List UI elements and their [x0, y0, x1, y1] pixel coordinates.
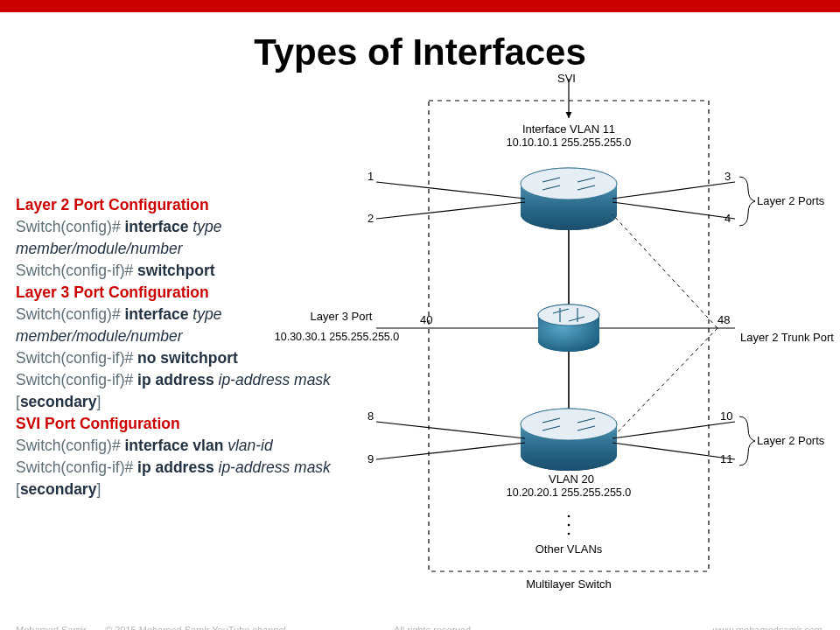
svg-line-33: [376, 443, 525, 459]
l2-line2: member/module/number: [16, 238, 357, 260]
bracket: ]: [96, 393, 101, 410]
l3-heading: Layer 3 Port Configuration: [16, 282, 357, 304]
svg-point-16: [538, 304, 599, 326]
l2-ports-lower: Layer 2 Ports: [757, 434, 824, 447]
svg-point-37: [568, 524, 570, 527]
port-3: 3: [724, 170, 731, 183]
l3-line3: Switch(config-if)# no switchport: [16, 347, 357, 369]
config-text-block: Layer 2 Port Configuration Switch(config…: [16, 194, 357, 500]
prompt: Switch(config)#: [16, 437, 125, 454]
l3-line5: [secondary]: [16, 391, 357, 413]
arg: type: [188, 305, 221, 323]
vlan20-name: VLAN 20: [528, 472, 615, 486]
cmd: secondary: [20, 393, 97, 410]
multilayer-label: Multilayer Switch: [521, 578, 617, 591]
prompt: Switch(config)#: [16, 218, 125, 235]
svg-line-10: [376, 182, 525, 199]
l3-port-label: Layer 3 Port: [289, 310, 394, 323]
svg-point-36: [568, 515, 570, 518]
prompt: Switch(config-if)#: [16, 371, 137, 388]
svg-line-13: [612, 202, 735, 219]
svg-point-38: [568, 533, 570, 536]
svg-line-11: [376, 202, 525, 219]
arg: ip-address mask: [214, 458, 331, 476]
l2-trunk: Layer 2 Trunk Port: [740, 331, 840, 344]
page-title: Types of Interfaces: [0, 32, 840, 74]
prompt: Switch(config)#: [16, 305, 125, 323]
bracket: ]: [96, 480, 101, 498]
l3-line4: Switch(config-if)# ip address ip-address…: [16, 369, 357, 391]
arg: vlan-id: [223, 437, 272, 454]
l2-line3: Switch(config-if)# switchport: [16, 260, 357, 282]
other-vlans: Other VLANs: [525, 542, 612, 556]
l3-port-ip: 10.30.30.1 255.255.255.0: [249, 331, 424, 344]
cmd: ip address: [137, 371, 214, 388]
cmd: switchport: [137, 262, 214, 279]
svg-point-5: [521, 168, 617, 200]
cmd: no switchport: [137, 349, 238, 367]
l2-heading: Layer 2 Port Configuration: [16, 194, 357, 216]
l2-ports-upper: Layer 2 Ports: [757, 194, 824, 207]
cmd: ip address: [137, 458, 214, 476]
l2-line1: Switch(config)# interface type: [16, 216, 357, 238]
port-8: 8: [368, 410, 374, 423]
prompt: Switch(config-if)#: [16, 262, 137, 279]
svg-line-35: [612, 443, 735, 459]
top-red-bar: [0, 0, 840, 12]
svi-heading: SVI Port Configuration: [16, 413, 357, 435]
cmd: interface vlan: [125, 437, 224, 454]
port-9: 9: [368, 452, 374, 466]
footer-author: Mohamed Samir: [16, 625, 87, 630]
cmd: interface: [125, 305, 189, 323]
footer-rights: All rights reserved.: [394, 625, 473, 630]
prompt: Switch(config-if)#: [16, 349, 137, 367]
vlan20-ip: 10.20.20.1 255.255.255.0: [490, 486, 648, 500]
svg-line-23: [612, 214, 718, 328]
footer-copyright: © 2015 Mohamed Samir YouTube channel: [105, 625, 286, 630]
vlan11-ip: 10.10.10.1 255.255.255.0: [490, 136, 648, 150]
svi-line2: Switch(config-if)# ip address ip-address…: [16, 457, 357, 479]
cmd: secondary: [20, 480, 97, 498]
network-diagram: SVI Interface VLAN 11 10.10.10.1 255.255…: [315, 79, 831, 595]
port-11: 11: [720, 452, 732, 466]
arg: type: [188, 218, 221, 235]
svi-line1: Switch(config)# interface vlan vlan-id: [16, 435, 357, 457]
footer-site: www.mohamedsamir.com: [713, 625, 822, 630]
port-4: 4: [724, 212, 731, 225]
port-2: 2: [368, 212, 374, 225]
svi-line3: [secondary]: [16, 479, 357, 500]
svg-point-27: [521, 409, 617, 440]
prompt: Switch(config-if)#: [16, 458, 137, 476]
svg-line-12: [612, 182, 735, 199]
svg-line-24: [612, 328, 718, 438]
port-1: 1: [368, 170, 374, 183]
svg-line-34: [612, 422, 735, 438]
vlan11-name: Interface VLAN 11: [499, 122, 639, 136]
svi-label: SVI: [557, 72, 576, 85]
port-48: 48: [718, 313, 730, 326]
port-10: 10: [720, 410, 732, 423]
arg: ip-address mask: [214, 371, 331, 388]
svg-line-32: [376, 422, 525, 438]
cmd: interface: [125, 218, 189, 235]
port-40: 40: [420, 313, 432, 326]
